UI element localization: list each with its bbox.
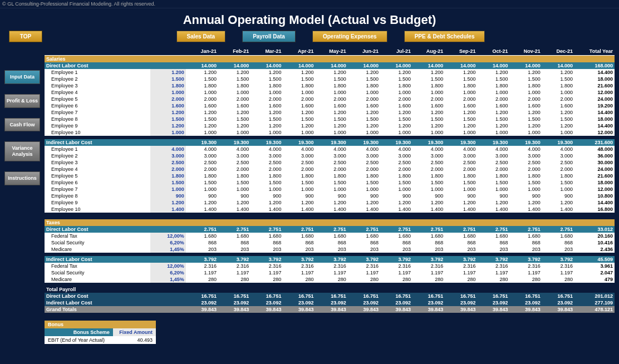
subsection-month-val: 14.000	[283, 62, 315, 69]
row-total: 30.000	[574, 159, 615, 166]
tab-operating-expenses[interactable]: Operating Expenses	[312, 31, 387, 42]
row-input[interactable]: 1,45%	[150, 276, 185, 283]
row-month-val: 868	[445, 239, 477, 246]
row-input[interactable]: 1.200	[150, 122, 185, 129]
row-input[interactable]: 1,45%	[150, 246, 185, 253]
row-month-val: 1.500	[348, 116, 380, 122]
row-month-val: 280	[510, 276, 542, 283]
row-input[interactable]: 1.500	[150, 76, 185, 82]
row-month-val: 1.200	[348, 199, 380, 206]
row-input[interactable]: 1.200	[150, 199, 185, 206]
row-month-val: 203	[283, 246, 315, 253]
month-header: Apr-21	[283, 48, 315, 56]
row-input[interactable]: 1.500	[150, 179, 185, 186]
row-input[interactable]: 1.000	[150, 129, 185, 136]
row-input[interactable]: 1.200	[150, 69, 185, 76]
total-line-val: 16.751	[412, 293, 445, 299]
nav-profit-loss[interactable]: Profit & Loss	[4, 94, 40, 108]
row-month-val: 280	[186, 276, 218, 283]
row-month-val: 868	[250, 239, 283, 246]
row-input[interactable]: 1.600	[150, 102, 185, 109]
row-input[interactable]: 6,20%	[150, 239, 185, 246]
row-month-val: 1.000	[186, 89, 218, 96]
row-month-val: 1.800	[186, 173, 218, 179]
row-input[interactable]: 6,20%	[150, 269, 185, 276]
ebit-label: EBIT (End of Year Actual)	[45, 336, 113, 344]
row-month-val: 2.500	[445, 159, 477, 166]
tab-ppe-debt[interactable]: PPE & Debt Schedules	[404, 31, 485, 42]
row-input[interactable]: 1.800	[150, 173, 185, 179]
row-month-val: 1.200	[542, 109, 574, 116]
row-month-val: 2.000	[348, 96, 380, 102]
row-label: Employee 3	[45, 82, 150, 89]
nav-cash-flow[interactable]: Cash Flow	[4, 118, 40, 132]
row-month-val: 203	[380, 246, 412, 253]
nav-instructions[interactable]: Instructions	[4, 171, 40, 185]
row-month-val: 1.800	[218, 173, 250, 179]
payroll-table: Jan-21Feb-21Mar-21Apr-21May-21Jun-21Jul-…	[45, 48, 615, 313]
row-input[interactable]: 1.200	[150, 109, 185, 116]
row-input[interactable]: 1.400	[150, 206, 185, 213]
row-month-val: 1.400	[510, 206, 542, 213]
subsection-month-val: 19.300	[380, 139, 412, 146]
row-month-val: 1.800	[412, 173, 445, 179]
table-row: Employee 42.0002.0002.0002.0002.0002.000…	[45, 166, 615, 173]
top-button[interactable]: TOP	[9, 31, 42, 42]
row-month-val: 1.680	[218, 233, 250, 239]
row-month-val: 3.000	[186, 153, 218, 159]
row-label: Employee 7	[45, 109, 150, 116]
row-month-val: 1.400	[316, 206, 348, 213]
row-month-val: 900	[510, 193, 542, 199]
row-month-val: 1.200	[348, 69, 380, 76]
row-label: Employee 1	[45, 146, 150, 153]
row-total: 12.000	[574, 89, 615, 96]
subsection-label: Indirect Labor Cost	[45, 139, 150, 146]
row-month-val: 1.600	[380, 102, 412, 109]
row-input[interactable]: 900	[150, 193, 185, 199]
row-month-val: 280	[283, 276, 315, 283]
row-month-val: 1.800	[445, 82, 477, 89]
row-month-val: 868	[412, 239, 445, 246]
nav-input-data[interactable]: Input Data	[4, 70, 40, 84]
row-month-val: 280	[380, 276, 412, 283]
row-month-val: 3.000	[218, 153, 250, 159]
total-line-val: 23.092	[510, 299, 542, 306]
row-month-val: 1.200	[380, 109, 412, 116]
subsection-month-val: 19.300	[412, 139, 445, 146]
row-month-val: 1.800	[542, 173, 574, 179]
nav-variance-analysis[interactable]: Variance Analysis	[4, 141, 40, 161]
row-input[interactable]: 1.800	[150, 82, 185, 89]
row-input[interactable]: 1.500	[150, 116, 185, 122]
row-label: Employee 9	[45, 122, 150, 129]
row-month-val: 1.500	[250, 116, 283, 122]
total-line-val: 39.843	[186, 306, 218, 313]
row-month-val: 1.200	[316, 69, 348, 76]
row-input[interactable]: 2.000	[150, 96, 185, 102]
total-line-total: 201.012	[574, 293, 615, 299]
row-input[interactable]: 1.000	[150, 89, 185, 96]
month-header: Jun-21	[348, 48, 380, 56]
tab-sales-data[interactable]: Sales Data	[176, 31, 226, 42]
row-month-val: 1.800	[316, 82, 348, 89]
row-month-val: 3.000	[510, 153, 542, 159]
row-input[interactable]: 12,00%	[150, 263, 185, 269]
row-input[interactable]: 1.000	[150, 186, 185, 193]
row-input[interactable]: 12,00%	[150, 233, 185, 239]
row-month-val: 2.316	[186, 263, 218, 269]
row-month-val: 1.200	[445, 122, 477, 129]
row-input[interactable]: 2.500	[150, 159, 185, 166]
table-row: Employee 11.2001.2001.2001.2001.2001.200…	[45, 69, 615, 76]
row-total: 18.000	[574, 116, 615, 122]
row-input[interactable]: 2.000	[150, 166, 185, 173]
row-input[interactable]: 3.000	[150, 153, 185, 159]
row-month-val: 1.680	[186, 233, 218, 239]
row-month-val: 2.500	[412, 159, 445, 166]
tab-payroll-data[interactable]: Payroll Data	[242, 31, 296, 42]
row-total: 10.800	[574, 193, 615, 199]
table-row: Social Security6,20%86886886886886886886…	[45, 239, 615, 246]
row-input[interactable]: 4.000	[150, 146, 185, 153]
row-month-val: 2.000	[510, 96, 542, 102]
row-month-val: 1.400	[283, 206, 315, 213]
bonus-scheme-value[interactable]: Fixed Amount	[113, 328, 156, 336]
month-header: Nov-21	[510, 48, 542, 56]
